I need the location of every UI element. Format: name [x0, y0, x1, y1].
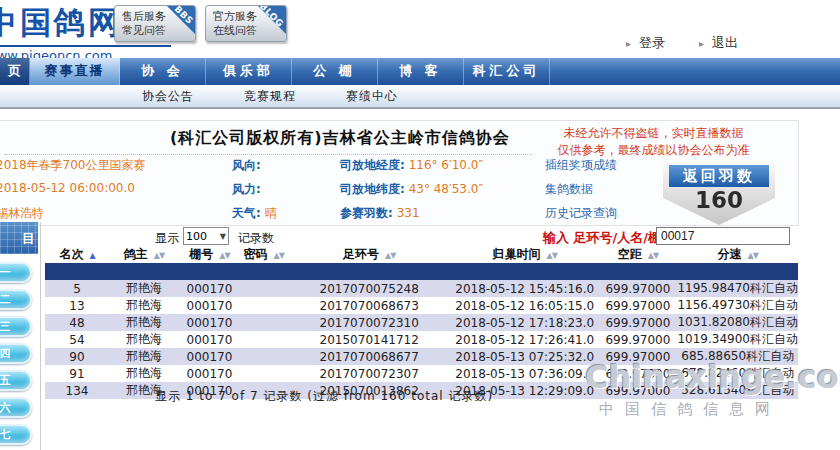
- table-cell: 699.97000: [598, 365, 677, 382]
- sort-arrows-icon[interactable]: ▲▼: [154, 251, 164, 260]
- copyright-notice: 未经允许不得盗链，实时直播数据 仅供参考，最终成绩以协会公布为准: [521, 125, 786, 159]
- entries-row: 参赛羽数: 331: [340, 205, 420, 222]
- nav-tab-active[interactable]: 赛事直播: [30, 58, 120, 85]
- column-header[interactable]: 名次▲: [45, 246, 109, 263]
- subnav-item[interactable]: 赛绩中心: [346, 88, 398, 105]
- returned-count-badge: 返回羽数 160: [663, 161, 775, 225]
- page: 中国鸽网 www.pigeoncn.com 售后服务 常见问答 BBS 官方服务…: [0, 0, 840, 450]
- sidebar-pill-button[interactable]: 二: [0, 289, 32, 310]
- column-header[interactable]: 分速▲▼: [677, 246, 798, 263]
- race-title: (科汇公司版权所有)吉林省公主岭市信鸽协会: [170, 128, 510, 149]
- column-header-label: 密码: [244, 247, 268, 261]
- column-header-label: 归巢时间: [493, 247, 541, 261]
- table-cell: 685.88650科汇自动: [677, 348, 798, 365]
- column-header[interactable]: 鸽主▲▼: [109, 246, 179, 263]
- sidebar-pill-button[interactable]: 七: [0, 424, 32, 445]
- table-cell: 2018-05-12 15:45:16.0: [451, 280, 598, 297]
- table-row[interactable]: 91邢艳海00017020170700723072018-05-13 07:36…: [45, 365, 798, 382]
- sidebar-pill-button[interactable]: 五: [0, 370, 32, 391]
- wind-direction-label: 风向:: [232, 158, 261, 172]
- bbs-service-button[interactable]: 售后服务 常见问答 BBS: [114, 5, 196, 42]
- sort-arrows-icon[interactable]: ▲▼: [648, 251, 658, 260]
- sort-arrows-icon[interactable]: ▲▼: [748, 251, 758, 260]
- table-cell: [240, 331, 288, 348]
- sort-arrows-icon[interactable]: ▲▼: [274, 251, 284, 260]
- subnav-item[interactable]: 协会公告: [142, 88, 194, 105]
- release-site: 锡林浩特: [0, 205, 44, 222]
- nav-tab-item[interactable]: 页: [0, 58, 30, 85]
- column-header-label: 名次: [59, 247, 83, 261]
- latitude-value: 43° 48′53.0″: [409, 182, 483, 196]
- table-cell: 1031.82080科汇自动: [677, 314, 798, 331]
- nav-tab-item[interactable]: 博 客: [378, 58, 464, 85]
- table-cell: 528.61540科汇自动: [677, 382, 798, 399]
- race-link[interactable]: 集鸽数据: [545, 181, 593, 198]
- race-link[interactable]: 历史记录查询: [545, 205, 617, 222]
- table-cell: 54: [45, 331, 109, 348]
- login-link[interactable]: ▸ 登录: [626, 34, 665, 52]
- race-link[interactable]: 插组奖项成绩: [545, 157, 617, 174]
- subnav-item[interactable]: 竞赛规程: [244, 88, 296, 105]
- column-header[interactable]: 空距▲▼: [598, 246, 677, 263]
- nav-tab-item[interactable]: 协 会: [120, 58, 206, 85]
- table-row[interactable]: 5邢艳海00017020170700752482018-05-12 15:45:…: [45, 280, 798, 297]
- table-row[interactable]: 54邢艳海00017020150701417122018-05-12 17:26…: [45, 331, 798, 348]
- sort-arrows-icon[interactable]: ▲: [89, 251, 94, 260]
- sidebar-header: 目: [0, 222, 38, 254]
- sidebar-pill-button[interactable]: 四: [0, 343, 32, 364]
- subnav-divider: [0, 107, 840, 109]
- table-cell: 邢艳海: [109, 314, 179, 331]
- weather-row: 天气: 晴: [232, 205, 277, 222]
- table-cell: 91: [45, 365, 109, 382]
- table-cell: 1156.49730科汇自动: [677, 297, 798, 314]
- wind-direction-row: 风向:: [232, 157, 261, 174]
- header-separator: [45, 263, 798, 280]
- table-cell: 邢艳海: [109, 280, 179, 297]
- column-header[interactable]: 密码▲▼: [240, 246, 288, 263]
- sort-arrows-icon[interactable]: ▲▼: [219, 251, 229, 260]
- page-size-select[interactable]: 100 ▼: [183, 227, 229, 245]
- notice-line1: 未经允许不得盗链，实时直播数据: [521, 125, 786, 142]
- table-row[interactable]: 48邢艳海00017020170700723102018-05-12 17:18…: [45, 314, 798, 331]
- sort-arrows-icon[interactable]: ▲▼: [385, 251, 395, 260]
- sidebar-divider: [40, 222, 41, 450]
- sort-arrows-icon[interactable]: ▲▼: [547, 251, 557, 260]
- table-cell: 2018-05-12 17:26:41.0: [451, 331, 598, 348]
- page-size-value: 100: [186, 230, 207, 243]
- nav-tab-item[interactable]: 俱乐部: [206, 58, 292, 85]
- table-cell: 邢艳海: [109, 331, 179, 348]
- table-cell: 48: [45, 314, 109, 331]
- entries-label: 参赛羽数:: [340, 206, 393, 220]
- table-cell: 699.97000: [598, 297, 677, 314]
- column-header[interactable]: 归巢时间▲▼: [451, 246, 598, 263]
- table-cell: 2018-05-13 07:36:09.0: [451, 365, 598, 382]
- header-separator-bar: [45, 263, 798, 280]
- latitude-label: 司放地纬度:: [340, 182, 405, 196]
- sidebar-pill-button[interactable]: 六: [0, 397, 32, 418]
- column-header[interactable]: 棚号▲▼: [179, 246, 240, 263]
- table-cell: 000170: [179, 365, 240, 382]
- watermark-name: 中国信鸽信息网: [599, 400, 840, 419]
- sidebar-pill-button[interactable]: 一: [0, 262, 32, 283]
- table-row[interactable]: 90邢艳海00017020170700686772018-05-13 07:25…: [45, 348, 798, 365]
- table-cell: 000170: [179, 314, 240, 331]
- table-cell: 000170: [179, 297, 240, 314]
- table-header-row: 名次▲鸽主▲▼棚号▲▼密码▲▼足环号▲▼归巢时间▲▼空距▲▼分速▲▼: [45, 246, 798, 263]
- nav-tab-item[interactable]: 科汇公司: [464, 58, 550, 85]
- nav-tab-item[interactable]: 公 棚: [292, 58, 378, 85]
- sidebar-pill-button[interactable]: 三: [0, 316, 32, 337]
- logo-divider: [0, 45, 171, 47]
- login-label: 登录: [639, 34, 665, 52]
- logout-link[interactable]: ▸ 退出: [699, 34, 738, 52]
- table-cell: 2017070068677: [287, 348, 451, 365]
- column-header[interactable]: 足环号▲▼: [287, 246, 451, 263]
- table-row[interactable]: 13邢艳海00017020170700686732018-05-12 16:05…: [45, 297, 798, 314]
- search-input[interactable]: [656, 227, 790, 245]
- table-cell: 000170: [179, 331, 240, 348]
- results-table: 名次▲鸽主▲▼棚号▲▼密码▲▼足环号▲▼归巢时间▲▼空距▲▼分速▲▼ 5邢艳海0…: [45, 246, 798, 399]
- table-cell: 134: [45, 382, 109, 399]
- table-cell: 699.97000: [598, 331, 677, 348]
- table-cell: 2017070072307: [287, 365, 451, 382]
- latitude-row: 司放地纬度: 43° 48′53.0″: [340, 181, 483, 198]
- blog-service-button[interactable]: 官方服务 在线问答 BLOG: [205, 5, 287, 42]
